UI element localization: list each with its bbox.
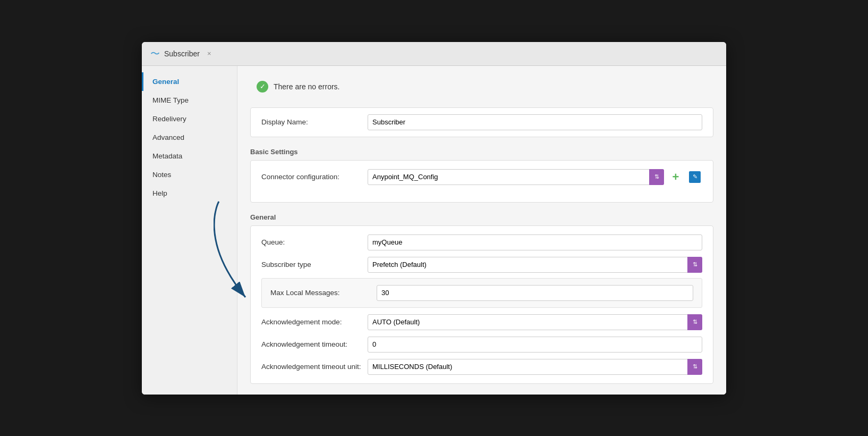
subscriber-type-row: Subscriber type Prefetch (Default) Poll … xyxy=(261,257,702,273)
sidebar-item-redelivery[interactable]: Redelivery xyxy=(142,110,237,128)
display-name-section: Display Name: xyxy=(250,107,713,137)
max-local-input[interactable] xyxy=(377,285,693,301)
content-area: General MIME Type Redelivery Advanced Me… xyxy=(142,66,726,395)
ack-mode-row: Acknowledgement mode: AUTO (Default) MAN… xyxy=(261,314,702,330)
basic-settings-title: Basic Settings xyxy=(250,148,713,156)
ack-mode-select[interactable]: AUTO (Default) MANUAL NONE xyxy=(368,314,702,330)
sidebar-item-mime-type[interactable]: MIME Type xyxy=(142,91,237,110)
title-bar: 〜 Subscriber × xyxy=(142,42,726,66)
sidebar-item-advanced[interactable]: Advanced xyxy=(142,128,237,147)
ack-timeout-unit-row: Acknowledgement timeout unit: MILLISECON… xyxy=(261,359,702,375)
display-name-label: Display Name: xyxy=(261,118,368,126)
queue-input[interactable] xyxy=(368,234,702,250)
add-connector-button[interactable]: + xyxy=(668,170,683,185)
subscriber-type-select-wrapper: Prefetch (Default) Poll ⇅ xyxy=(368,257,702,273)
connector-select[interactable]: Anypoint_MQ_Config xyxy=(368,169,664,185)
status-icon: ✓ xyxy=(257,81,268,93)
queue-label: Queue: xyxy=(261,238,368,246)
subscriber-type-label: Subscriber type xyxy=(261,261,368,269)
subscriber-type-select[interactable]: Prefetch (Default) Poll xyxy=(368,257,702,273)
max-local-row: Max Local Messages: xyxy=(270,285,693,301)
general-section: Queue: Subscriber type Prefetch (Default… xyxy=(250,225,713,384)
sidebar-item-help[interactable]: Help xyxy=(142,184,237,203)
status-bar: ✓ There are no errors. xyxy=(250,77,713,97)
status-text: There are no errors. xyxy=(274,82,340,91)
subscriber-window: 〜 Subscriber × General MIME Type Redeliv… xyxy=(142,42,726,395)
sidebar-item-metadata[interactable]: Metadata xyxy=(142,147,237,165)
connector-select-wrapper: Anypoint_MQ_Config ⇅ xyxy=(368,169,664,185)
window-icon: 〜 xyxy=(150,47,160,60)
ack-mode-label: Acknowledgement mode: xyxy=(261,318,368,326)
queue-row: Queue: xyxy=(261,234,702,250)
prefetch-section: Max Local Messages: xyxy=(261,278,702,308)
ack-mode-select-wrapper: AUTO (Default) MANUAL NONE ⇅ xyxy=(368,314,702,330)
general-section-title: General xyxy=(250,213,713,221)
connector-controls: Anypoint_MQ_Config ⇅ + ✎ xyxy=(368,169,702,185)
ack-timeout-label: Acknowledgement timeout: xyxy=(261,340,368,348)
sidebar-item-general[interactable]: General xyxy=(142,72,237,91)
close-button[interactable]: × xyxy=(207,49,211,57)
basic-settings-section: Connector configuration: Anypoint_MQ_Con… xyxy=(250,160,713,203)
plus-icon: + xyxy=(673,170,679,184)
ack-timeout-unit-select-wrapper: MILLISECONDS (Default) SECONDS MINUTES ⇅ xyxy=(368,359,702,375)
connector-config-row: Connector configuration: Anypoint_MQ_Con… xyxy=(261,169,702,185)
window-title: Subscriber xyxy=(164,49,200,58)
main-panel: ✓ There are no errors. Display Name: Bas… xyxy=(237,66,726,395)
max-local-label: Max Local Messages: xyxy=(270,289,377,297)
ack-timeout-row: Acknowledgement timeout: xyxy=(261,337,702,353)
sidebar: General MIME Type Redelivery Advanced Me… xyxy=(142,66,237,395)
ack-timeout-unit-label: Acknowledgement timeout unit: xyxy=(261,363,368,371)
sidebar-item-notes[interactable]: Notes xyxy=(142,165,237,184)
connector-label: Connector configuration: xyxy=(261,173,368,181)
display-name-input[interactable] xyxy=(368,114,702,130)
ack-timeout-input[interactable] xyxy=(368,337,702,353)
edit-connector-button[interactable]: ✎ xyxy=(687,170,702,185)
ack-timeout-unit-select[interactable]: MILLISECONDS (Default) SECONDS MINUTES xyxy=(368,359,702,375)
edit-icon: ✎ xyxy=(689,171,701,183)
